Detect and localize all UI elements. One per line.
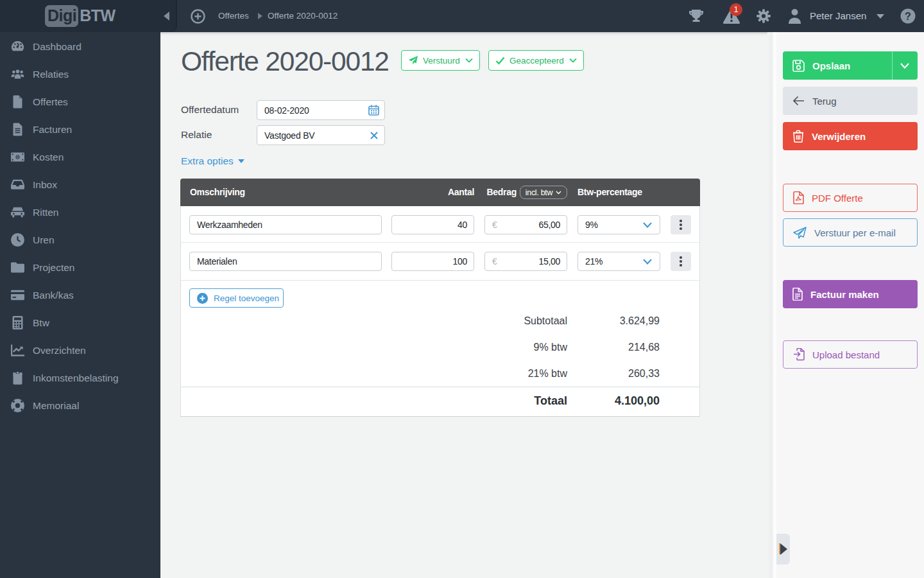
svg-text:0: 0 bbox=[17, 155, 19, 159]
svg-text:?: ? bbox=[905, 11, 911, 22]
